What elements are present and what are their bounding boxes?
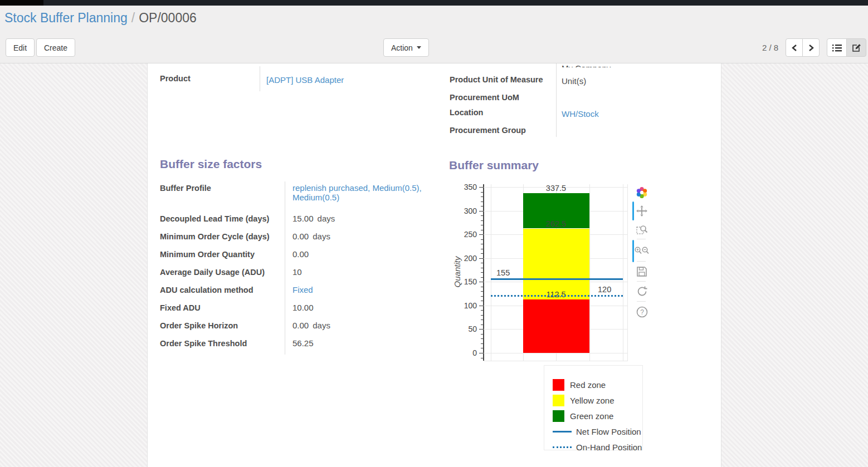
fixed-adu-value: 10.00 xyxy=(292,303,314,312)
y-minor-tick xyxy=(481,338,483,339)
yellow-zone-bar[interactable] xyxy=(523,229,589,300)
dlt-value: 15.00 xyxy=(292,214,314,223)
modebar-separator xyxy=(637,301,646,302)
legend-item[interactable]: On-Hand Position xyxy=(553,439,642,455)
location-value-link[interactable]: WH/Stock xyxy=(562,109,599,119)
y-minor-tick xyxy=(481,277,483,278)
spike-horizon-value: 0.00 xyxy=(292,321,309,330)
y-tick-label: 250 xyxy=(452,230,477,239)
y-major-tick xyxy=(479,258,483,259)
y-major-tick xyxy=(479,329,483,330)
buffer-summary-chart: Quantity ? Red zoneYellow zoneGreen zone… xyxy=(452,183,697,459)
list-view-icon xyxy=(832,44,842,52)
y-minor-tick xyxy=(481,206,483,207)
modebar-separator xyxy=(637,281,646,282)
legend-swatch-icon xyxy=(553,395,564,406)
edit-button[interactable]: Edit xyxy=(6,38,35,57)
legend-item[interactable]: Red zone xyxy=(553,377,642,392)
save-icon[interactable] xyxy=(635,264,649,279)
y-major-tick xyxy=(479,282,483,282)
pager-previous-button[interactable] xyxy=(786,38,803,57)
y-major-tick xyxy=(479,187,483,188)
net-flow-position-line[interactable] xyxy=(491,278,623,280)
adu-method-value-link[interactable]: Fixed xyxy=(292,285,313,294)
y-tick-label: 150 xyxy=(452,277,477,286)
y-axis-title: Quantity xyxy=(452,236,462,308)
legend-label: Red zone xyxy=(570,380,606,390)
company-field-clipped: My Company xyxy=(562,63,673,67)
top-navbar xyxy=(0,0,868,6)
modebar-separator xyxy=(637,261,646,262)
y-minor-tick xyxy=(481,263,483,263)
product-value-link[interactable]: [ADPT] USB Adapter xyxy=(266,75,344,85)
legend-swatch-icon xyxy=(553,379,564,391)
y-minor-tick xyxy=(481,315,483,316)
list-view-button[interactable] xyxy=(827,38,847,57)
on-hand-position-line[interactable] xyxy=(491,295,623,297)
breadcrumb-parent-link[interactable]: Stock Buffer Planning xyxy=(4,11,128,25)
y-minor-tick xyxy=(481,253,483,254)
adu-value: 10 xyxy=(292,267,302,277)
product-label: Product xyxy=(160,74,191,83)
chevron-right-icon xyxy=(808,44,815,52)
plotly-logo-icon[interactable] xyxy=(635,185,649,200)
create-button[interactable]: Create xyxy=(36,38,75,57)
help-icon[interactable]: ? xyxy=(635,304,649,319)
legend-item[interactable]: Yellow zone xyxy=(553,392,642,408)
y-minor-tick xyxy=(481,334,483,335)
spike-horizon-unit: days xyxy=(313,321,330,330)
y-minor-tick xyxy=(481,249,483,249)
y-minor-tick xyxy=(481,268,483,268)
y-minor-tick xyxy=(481,239,483,240)
y-gridline xyxy=(484,353,627,353)
table-row: Minimum Order Quantity 0.00 xyxy=(160,248,441,266)
form-view-button[interactable] xyxy=(846,38,866,57)
legend-item[interactable]: Net Flow Position xyxy=(553,424,642,439)
table-row: ADU calculation method Fixed xyxy=(160,283,441,301)
spike-threshold-value: 56.25 xyxy=(292,338,314,348)
y-minor-tick xyxy=(481,310,483,311)
spike-horizon-label: Order Spike Horizon xyxy=(160,319,285,337)
plot-bottom-edge xyxy=(484,361,628,361)
moc-unit: days xyxy=(313,232,330,241)
y-minor-tick xyxy=(481,196,483,197)
y-major-tick xyxy=(479,306,483,306)
moc-label: Minimum Order Cycle (days) xyxy=(160,230,285,248)
moq-value: 0.00 xyxy=(292,249,309,259)
action-label: Action xyxy=(391,43,413,52)
procurement-uom-label: Procurement UoM xyxy=(450,93,519,102)
table-row: Decoupled Lead Time (days) 15.00days xyxy=(160,212,441,230)
action-dropdown-button[interactable]: Action xyxy=(383,38,429,57)
y-tick-label: 200 xyxy=(452,254,477,263)
breadcrumb-current: OP/00006 xyxy=(139,11,197,25)
table-row: Buffer Profile replenish purchased, Medi… xyxy=(160,181,441,212)
svg-text:?: ? xyxy=(640,308,644,316)
y-tick-label: 100 xyxy=(452,301,477,310)
x-gridline xyxy=(623,184,623,361)
box-zoom-icon[interactable] xyxy=(635,222,649,237)
modebar-separator xyxy=(637,239,646,239)
red-zone-bar[interactable] xyxy=(523,299,589,353)
buffer-summary-title: Buffer summary xyxy=(449,159,539,172)
spike-threshold-label: Order Spike Threshold xyxy=(160,337,285,355)
legend-label: Yellow zone xyxy=(570,396,615,405)
reset-axes-icon[interactable] xyxy=(635,284,649,298)
zoom-out-icon[interactable] xyxy=(642,243,649,258)
legend-dotted-line-icon xyxy=(553,446,572,448)
adu-label: Average Daily Usage (ADU) xyxy=(160,266,285,283)
zone-boundary-label: 337.5 xyxy=(523,184,589,193)
y-major-tick xyxy=(479,234,483,235)
procurement-group-label: Procurement Group xyxy=(450,126,526,135)
modebar-highlight xyxy=(632,240,634,262)
zoom-in-icon[interactable] xyxy=(635,243,642,258)
pan-icon[interactable] xyxy=(635,204,649,218)
legend-item[interactable]: Green zone xyxy=(553,408,642,424)
modebar-highlight xyxy=(632,201,634,220)
plot-right-edge xyxy=(627,184,628,361)
y-minor-tick xyxy=(481,225,483,225)
location-label: Location xyxy=(450,108,483,117)
buffer-factors-table: Buffer Profile replenish purchased, Medi… xyxy=(160,181,441,355)
legend-label: On-Hand Position xyxy=(576,443,642,452)
buffer-profile-value-link[interactable]: replenish purchased, Medium(0.5), Medium… xyxy=(292,183,422,202)
pager-next-button[interactable] xyxy=(802,38,820,57)
